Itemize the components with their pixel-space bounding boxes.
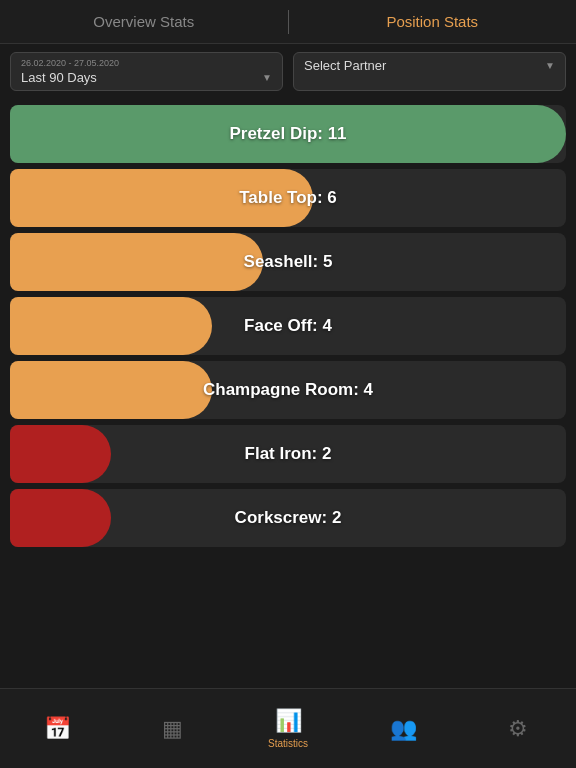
controls-row: 26.02.2020 - 27.05.2020 Last 90 Days ▼ S… [0,44,576,99]
grid-icon: ▦ [162,716,183,742]
bar-label: Face Off: 4 [10,316,566,336]
nav-label-stats: Statistics [268,738,308,749]
date-range-value: Last 90 Days [21,70,97,85]
nav-item-people[interactable]: 👥 [346,708,461,750]
bar-label: Pretzel Dip: 11 [10,124,566,144]
settings-icon: ⚙ [508,716,528,742]
bar-label: Corkscrew: 2 [10,508,566,528]
partner-placeholder: Select Partner [304,58,386,73]
partner-dropdown-arrow: ▼ [545,60,555,71]
bottom-nav: 📅▦📊Statistics👥⚙ [0,688,576,768]
bar-label: Seashell: 5 [10,252,566,272]
tab-position[interactable]: Position Stats [289,0,577,43]
date-range-label: 26.02.2020 - 27.05.2020 [21,58,272,68]
bar-label: Champagne Room: 4 [10,380,566,400]
calendar-icon: 📅 [44,716,71,742]
bar-row: Flat Iron: 2 [10,425,566,483]
stats-icon: 📊 [275,708,302,734]
bar-label: Flat Iron: 2 [10,444,566,464]
bar-row: Table Top: 6 [10,169,566,227]
bar-row: Face Off: 4 [10,297,566,355]
bar-row: Champagne Room: 4 [10,361,566,419]
bar-row: Seashell: 5 [10,233,566,291]
header-tabs: Overview Stats Position Stats [0,0,576,44]
people-icon: 👥 [390,716,417,742]
nav-item-settings[interactable]: ⚙ [461,708,576,750]
nav-item-calendar[interactable]: 📅 [0,708,115,750]
partner-dropdown[interactable]: Select Partner ▼ [293,52,566,91]
chart-area: Pretzel Dip: 11Table Top: 6Seashell: 5Fa… [0,99,576,553]
tab-overview[interactable]: Overview Stats [0,0,288,43]
date-dropdown[interactable]: 26.02.2020 - 27.05.2020 Last 90 Days ▼ [10,52,283,91]
bar-row: Pretzel Dip: 11 [10,105,566,163]
nav-item-stats[interactable]: 📊Statistics [230,700,345,757]
date-dropdown-arrow: ▼ [262,72,272,83]
bar-row: Corkscrew: 2 [10,489,566,547]
bar-label: Table Top: 6 [10,188,566,208]
nav-item-grid[interactable]: ▦ [115,708,230,750]
